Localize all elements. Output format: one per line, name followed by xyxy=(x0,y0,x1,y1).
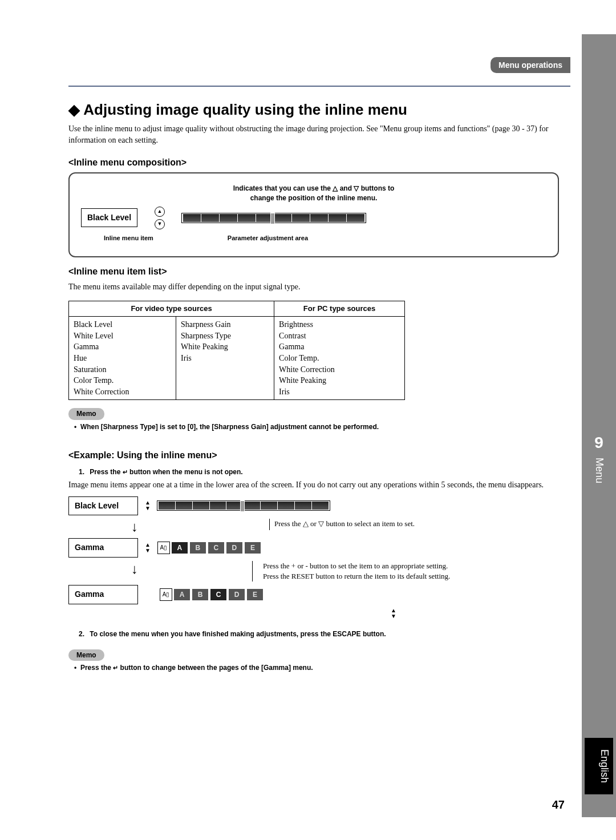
gamma-option: E xyxy=(246,588,264,601)
memo-text-1: • When [Sharpness Type] is set to [0], t… xyxy=(74,422,559,432)
down-arrow-icon: ↓ xyxy=(131,520,138,534)
page-content: Adjusting image quality using the inline… xyxy=(68,97,559,673)
inline-item-box: Black Level xyxy=(81,208,137,228)
enter-icon: ↵ xyxy=(113,664,118,671)
page-number: 47 xyxy=(552,798,565,811)
gamma-option: A xyxy=(173,588,191,601)
memo-badge: Memo xyxy=(68,649,104,661)
header-rule xyxy=(68,86,570,87)
video-col-1: Black LevelWhite LevelGammaHueSaturation… xyxy=(69,317,176,400)
arrow-indicator: ▲▼ xyxy=(228,608,559,619)
gamma-option: A xyxy=(171,542,188,554)
caption-line-2: change the position of the inline menu. xyxy=(250,194,378,202)
diagram-caption: Indicates that you can use the △ and ▽ b… xyxy=(81,184,546,203)
up-arrow-icon: ▲ xyxy=(155,207,165,217)
step-2: 2. To close the menu when you have finis… xyxy=(79,629,559,639)
video-col-2: Sharpness GainSharpness TypeWhite Peakin… xyxy=(176,317,274,400)
down-arrow-icon: ▼ xyxy=(155,219,165,229)
caption-line-1: Indicates that you can use the △ and ▽ b… xyxy=(233,184,395,192)
down-arrow-icon: ↓ xyxy=(131,562,138,580)
pc-col: BrightnessContrastGammaColor Temp.White … xyxy=(274,317,405,400)
language-tab: English xyxy=(585,738,613,794)
chapter-number: 9 xyxy=(582,434,616,452)
slider-thumb xyxy=(270,213,275,224)
example-item-blacklevel: Black Level xyxy=(68,496,138,516)
example-item-gamma-1: Gamma xyxy=(68,538,138,558)
arrow-indicator: ▲▼ xyxy=(145,500,151,511)
gamma-option: C xyxy=(208,542,225,554)
composition-diagram: Indicates that you can use the △ and ▽ b… xyxy=(68,172,559,257)
label-parameter-area: Parameter adjustment area xyxy=(228,234,308,243)
up-down-indicator: ▲ ▼ xyxy=(155,207,165,229)
section-heading-composition: <Inline menu composition> xyxy=(68,156,559,169)
step-1-body: Image menu items appear one at a time in… xyxy=(68,479,559,491)
gamma-page-icon: A▯ xyxy=(157,542,170,554)
note-adjust: Press the + or - button to set the item … xyxy=(263,561,450,571)
manual-page: 9 Menu English Menu operations Adjusting… xyxy=(0,0,616,840)
step-1: 1. Press the ↵ button when the menu is n… xyxy=(79,467,559,477)
section-heading-list: <Inline menu item list> xyxy=(68,265,559,278)
page-title: Adjusting image quality using the inline… xyxy=(68,99,559,120)
gamma-option: C xyxy=(210,588,227,601)
gamma-selector-1: A▯ A B C D E xyxy=(157,542,261,554)
memo-badge: Memo xyxy=(68,408,104,420)
note-reset: Press the RESET button to return the ite… xyxy=(263,571,450,581)
list-intro: The menu items available may differ depe… xyxy=(68,281,559,293)
side-navigation-strip: 9 Menu English xyxy=(582,34,616,817)
example-slider-1 xyxy=(157,501,330,510)
parameter-slider xyxy=(182,213,366,223)
gamma-page-icon: A▯ xyxy=(160,588,172,601)
menu-item-table: For video type sources For PC type sourc… xyxy=(68,301,405,400)
breadcrumb-category: Menu operations xyxy=(491,57,570,73)
th-video: For video type sources xyxy=(69,301,274,316)
enter-icon: ↵ xyxy=(123,469,128,475)
gamma-selector-2: A▯ A B C D E xyxy=(160,588,264,601)
arrow-indicator: ▲▼ xyxy=(145,542,151,554)
gamma-option: B xyxy=(189,542,206,554)
chapter-label: Menu xyxy=(593,458,605,483)
section-heading-example: <Example: Using the inline menu> xyxy=(68,449,559,462)
gamma-option: B xyxy=(192,588,209,601)
gamma-option: D xyxy=(226,542,243,554)
gamma-option: D xyxy=(228,588,245,601)
label-inline-item: Inline menu item xyxy=(104,234,153,243)
th-pc: For PC type sources xyxy=(274,301,405,316)
intro-paragraph: Use the inline menu to adjust image qual… xyxy=(68,123,559,146)
memo-text-2: • Press the ↵ button to change between t… xyxy=(74,663,559,673)
note-select-item: Press the △ or ▽ button to select an ite… xyxy=(269,519,415,530)
example-item-gamma-2: Gamma xyxy=(68,585,138,604)
gamma-option: E xyxy=(244,542,261,554)
